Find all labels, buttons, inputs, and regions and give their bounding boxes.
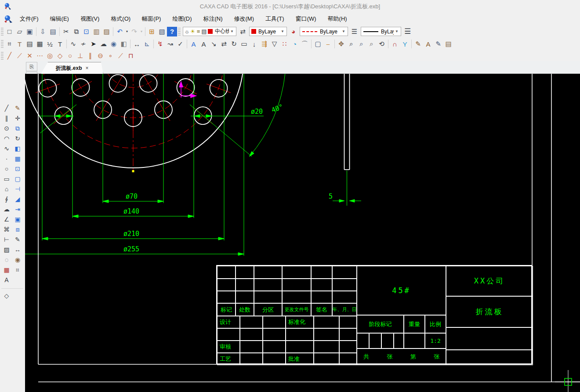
serial-number-icon[interactable]: ½ bbox=[45, 39, 55, 49]
dim-ordinate-icon[interactable]: ⊾ bbox=[142, 39, 152, 49]
save-icon[interactable]: ▣ bbox=[25, 27, 35, 36]
menu-tools[interactable]: 工具(T) bbox=[260, 14, 290, 24]
redo-dropdown[interactable]: ▾ bbox=[139, 27, 144, 36]
menu-dimension[interactable]: 标注(N) bbox=[197, 14, 228, 24]
sketch-tool-icon[interactable]: ✎ bbox=[12, 103, 23, 113]
menu-file[interactable]: 文件(F) bbox=[14, 14, 44, 24]
measure-icon[interactable]: ⎯ bbox=[323, 39, 333, 49]
break-line-icon[interactable]: ≁ bbox=[78, 39, 88, 49]
point-array-icon[interactable]: ∷ bbox=[279, 39, 290, 49]
menu-sheet[interactable]: 幅面(P) bbox=[136, 14, 167, 24]
print-icon[interactable]: ▤ bbox=[48, 27, 58, 36]
shape-tool-icon[interactable]: ◌ bbox=[1, 255, 12, 265]
menu-window[interactable]: 窗口(W) bbox=[290, 14, 322, 24]
drawing-canvas[interactable]: ø20 40° ø70 ø140 ø210 ø255 5 bbox=[25, 74, 580, 392]
array-tool-icon[interactable]: ▦ bbox=[12, 154, 23, 163]
revision-cloud-icon[interactable]: ☁ bbox=[98, 39, 109, 49]
copy-basepoint-icon[interactable]: ⊡ bbox=[81, 27, 91, 36]
lineweight-combo[interactable]: ByLayer ▼ bbox=[361, 27, 401, 36]
copy-icon[interactable]: ⧉ bbox=[71, 27, 81, 36]
title-block-icon[interactable]: T bbox=[14, 39, 25, 49]
ellipse-tool-icon[interactable]: ○ bbox=[1, 164, 12, 174]
axis-tool-icon[interactable]: ⊢ bbox=[1, 235, 12, 244]
layer-transfer-icon[interactable]: ⇄ bbox=[238, 27, 248, 36]
chamfer-tool-icon[interactable]: ◢ bbox=[12, 194, 23, 204]
ole-icon[interactable]: ▧ bbox=[157, 27, 167, 36]
save-part-icon[interactable]: ⇩ bbox=[38, 27, 48, 36]
plot-icon[interactable]: ⊞ bbox=[147, 27, 157, 36]
trim-tool-icon[interactable]: ⊣ bbox=[12, 184, 23, 194]
bom-icon[interactable]: T bbox=[55, 39, 65, 49]
snap-intersection-icon[interactable]: ✕ bbox=[25, 51, 35, 61]
rectangle-tool-icon[interactable]: ▭ bbox=[1, 174, 12, 184]
datum-icon[interactable]: ▽ bbox=[269, 39, 279, 49]
wave-line-icon[interactable]: ∿ bbox=[68, 39, 78, 49]
point-tool-icon[interactable]: · bbox=[1, 154, 12, 163]
open-icon[interactable]: ▱ bbox=[14, 27, 25, 36]
undo-dropdown[interactable]: ▾ bbox=[125, 27, 129, 36]
linetype-combo[interactable]: ByLaye ▼ bbox=[300, 27, 348, 36]
menu-format[interactable]: 格式(O) bbox=[105, 14, 136, 24]
docked-clipboard-button[interactable]: ⎘ bbox=[26, 62, 37, 71]
snap-tangent-icon[interactable]: ○ bbox=[65, 51, 75, 61]
circle-tool-icon[interactable]: ⊙ bbox=[1, 123, 12, 133]
part-list-icon[interactable]: ▤ bbox=[25, 39, 35, 49]
snap-nearest-icon[interactable]: ⊖ bbox=[95, 51, 105, 61]
arc-tool-icon[interactable]: ◠ bbox=[1, 134, 12, 143]
toolbar-grip[interactable] bbox=[1, 40, 4, 48]
property-brush-icon[interactable]: ✎ bbox=[413, 39, 423, 49]
text-field-icon[interactable]: A bbox=[199, 39, 209, 49]
text-down-icon[interactable]: ↓ bbox=[249, 39, 259, 49]
dim-tolerance-icon[interactable]: ✓ bbox=[175, 39, 185, 49]
arc-text-icon[interactable]: ⌒ bbox=[300, 39, 310, 49]
copy-tool-icon[interactable]: ⧉ bbox=[12, 123, 23, 133]
paste-special-icon[interactable]: ▨ bbox=[102, 27, 112, 36]
menu-edit[interactable]: 编辑(E) bbox=[44, 14, 75, 24]
hand-save-tool-icon[interactable]: ◉ bbox=[12, 255, 23, 265]
toolbar-grip[interactable] bbox=[1, 52, 4, 60]
scale-tool-icon[interactable]: ⊡ bbox=[12, 164, 23, 174]
group-tool-icon[interactable]: ◇ bbox=[1, 291, 12, 301]
toolbar-grip[interactable] bbox=[178, 28, 181, 36]
section-view-icon[interactable]: ◧ bbox=[119, 39, 129, 49]
title-bar[interactable]: CAXA CAD 电子图板 2016 - [C:\Users\李越\Deskto… bbox=[0, 0, 580, 12]
paste-ruler-tool-icon[interactable]: ⌗ bbox=[12, 265, 23, 275]
color-wheel-icon[interactable]: ◕ bbox=[288, 27, 298, 36]
pan-icon[interactable]: ✥ bbox=[336, 39, 346, 49]
menu-draw[interactable]: 绘图(D) bbox=[167, 14, 197, 24]
undo-icon[interactable]: ↶ bbox=[115, 27, 125, 36]
zoom-previous-icon[interactable]: ⌕ bbox=[366, 39, 377, 49]
snap-perpendicular-icon[interactable]: ⊥ bbox=[75, 51, 85, 61]
new-icon[interactable]: □ bbox=[4, 27, 14, 36]
layer-combo[interactable]: ☼ ☀ ≡ ▤ 中心线 ▼ bbox=[183, 27, 236, 36]
stretch-tool-icon[interactable]: ▢ bbox=[12, 174, 23, 184]
mirror-tool-icon[interactable]: ◧ bbox=[12, 144, 23, 153]
text-rotate-icon[interactable]: ↻ bbox=[229, 39, 239, 49]
color-combo[interactable]: ByLaye ▼ bbox=[249, 27, 287, 36]
zoom-window-icon[interactable]: ⌕ bbox=[356, 39, 366, 49]
snap-midpoint-icon[interactable]: ⟋ bbox=[14, 51, 25, 61]
stamp-tool-icon[interactable]: ⌘ bbox=[1, 225, 12, 234]
snap-center-icon[interactable]: ◎ bbox=[45, 51, 55, 61]
box-tool-icon[interactable]: ▣ bbox=[12, 214, 23, 224]
notes-icon[interactable]: ▤ bbox=[443, 39, 453, 49]
table-plus-tool-icon[interactable]: ▦ bbox=[1, 265, 12, 275]
snap-quadrant-icon[interactable]: ◇ bbox=[55, 51, 65, 61]
dim-curve-icon[interactable]: ↝ bbox=[165, 39, 175, 49]
paste-icon[interactable]: ▥ bbox=[91, 27, 102, 36]
rotate-tool-icon[interactable]: ↻ bbox=[12, 134, 23, 143]
dim-linear-icon[interactable]: ↔ bbox=[132, 39, 142, 49]
extend-tool-icon[interactable]: ⇥ bbox=[12, 204, 23, 214]
text-ruler-icon[interactable]: ⇶ bbox=[259, 39, 269, 49]
spline-tool-icon[interactable]: ∿ bbox=[1, 144, 12, 153]
dim-pencil-tool-icon[interactable]: ✎ bbox=[12, 235, 23, 244]
document-tab[interactable]: 折流板.exb × bbox=[41, 62, 103, 74]
dim-arrows-tool-icon[interactable]: ↔ bbox=[12, 245, 23, 254]
toolbar-overflow-icon[interactable]: ☰ bbox=[402, 27, 413, 36]
polygon-tool-icon[interactable]: ⌂ bbox=[1, 184, 12, 194]
snap-point-icon[interactable]: ⟋ bbox=[116, 51, 126, 61]
text-flag-icon[interactable]: A bbox=[188, 39, 199, 49]
line-tool-icon[interactable]: ╱ bbox=[1, 103, 12, 113]
views-tool-icon[interactable]: ⧈ bbox=[12, 225, 23, 234]
quadrant-icon[interactable]: ◔ bbox=[290, 39, 300, 49]
